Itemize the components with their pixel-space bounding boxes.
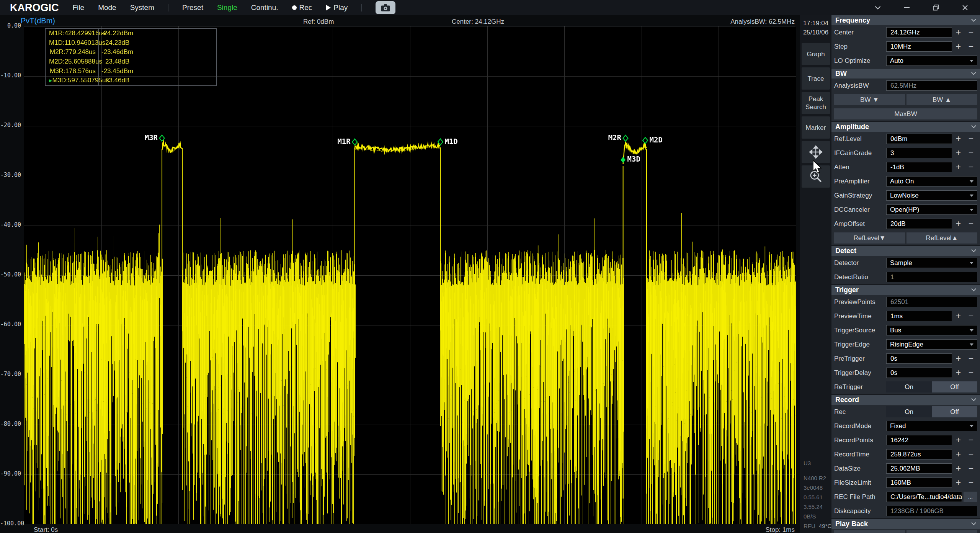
decrement-button[interactable]: − (965, 312, 977, 320)
menu-item-mode[interactable]: Mode (98, 3, 116, 12)
section-header-frequency[interactable]: Frequency (831, 15, 980, 25)
increment-button[interactable]: + (952, 134, 965, 143)
toggle-option-off[interactable]: Off (932, 406, 977, 417)
decrement-button[interactable]: − (965, 354, 977, 363)
dropdown-triggersource[interactable]: Bus (886, 325, 977, 335)
increment-button[interactable]: + (952, 42, 965, 51)
panel-row-ifgaingrade: IFGainGrade3+− (831, 146, 980, 160)
increment-button[interactable]: + (952, 149, 965, 157)
readonly-value-detectratio: 1 (886, 272, 977, 282)
increment-button[interactable]: + (952, 312, 965, 320)
pvt-trace-plot[interactable] (24, 26, 796, 524)
section-header-record[interactable]: Record (831, 395, 980, 405)
decrement-button[interactable]: − (965, 42, 977, 51)
value-input-step[interactable]: 10MHz (886, 41, 952, 52)
value-input-ifgaingrade[interactable]: 3 (886, 148, 952, 158)
panel-row-retrigger: ReTriggerOnOff (831, 380, 980, 394)
restore-button[interactable] (931, 3, 941, 13)
toggle-rec[interactable]: OnOff (886, 406, 977, 417)
panel-row-detectratio: DetectRatio1 (831, 270, 980, 284)
value-input-filesizelimit[interactable]: 160MB (886, 477, 952, 488)
section-header-trigger[interactable]: Trigger (831, 285, 980, 295)
decrement-button[interactable]: − (965, 149, 977, 157)
decrement-button[interactable]: − (965, 450, 977, 459)
increment-button[interactable]: + (952, 219, 965, 228)
dropdown-triggeredge[interactable]: RisingEdge (886, 339, 977, 350)
dropdown-gainstrategy[interactable]: LowNoise (886, 190, 977, 201)
section-header-bw[interactable]: BW (831, 69, 980, 78)
panel-button-blank[interactable] (906, 530, 977, 533)
toggle-retrigger[interactable]: OnOff (886, 381, 977, 392)
panel-button-maxbw[interactable]: MaxBW (834, 108, 977, 119)
increment-button[interactable]: + (952, 28, 965, 37)
dropdown-recordmode[interactable]: Fixed (886, 421, 977, 431)
decrement-button[interactable]: − (965, 163, 977, 172)
toggle-option-on[interactable]: On (886, 406, 932, 417)
dropdown-lo-optimize[interactable]: Auto (886, 56, 977, 66)
field-label: Atten (834, 163, 886, 171)
readonly-value-analysisbw: 62.5MHz (886, 80, 977, 91)
panel-button-blank[interactable] (834, 530, 905, 533)
graph-button[interactable]: Graph (802, 43, 830, 65)
decrement-button[interactable]: − (965, 368, 977, 377)
increment-button[interactable]: + (952, 163, 965, 172)
section-header-detect[interactable]: Detect (831, 246, 980, 256)
field-label: Detector (834, 259, 886, 267)
value-input-atten[interactable]: -1dB (886, 162, 952, 172)
section-header-play-back[interactable]: Play Back (831, 519, 980, 529)
menu-item-file[interactable]: File (73, 3, 85, 12)
marker-row-m3d: ▶M3D:597.550795us23.46dB (46, 76, 216, 85)
decrement-button[interactable]: − (965, 478, 977, 487)
toggle-option-on[interactable]: On (886, 381, 932, 392)
path-input[interactable]: C:/Users/Te...tudio4/data (886, 492, 962, 502)
value-input-previewtime[interactable]: 1ms (886, 311, 952, 321)
marker-row-m2r: M2R:779.248us-23.46dBm (46, 47, 216, 57)
dropdown-preamplifier[interactable]: Auto On (886, 176, 977, 186)
section-title: BW (835, 70, 972, 78)
decrement-button[interactable]: − (965, 464, 977, 473)
decrement-button[interactable]: − (965, 219, 977, 228)
menu-item-continuous[interactable]: Continu. (251, 3, 278, 12)
section-header-amplitude[interactable]: Amplitude (831, 122, 980, 132)
panel-row-previewtime: PreviewTime1ms+− (831, 309, 980, 323)
play-button[interactable]: Play (326, 3, 348, 12)
marker-button[interactable]: Marker (802, 116, 830, 139)
value-input-pretrigger[interactable]: 0s (886, 353, 952, 364)
toggle-option-off[interactable]: Off (932, 381, 977, 392)
decrement-button[interactable]: − (965, 28, 977, 37)
minimize-button[interactable] (902, 3, 912, 13)
value-input-recordpoints[interactable]: 16242 (886, 435, 952, 445)
increment-button[interactable]: + (952, 464, 965, 473)
decrement-button[interactable]: − (965, 134, 977, 143)
decrement-button[interactable]: − (965, 436, 977, 445)
collapse-panel-button[interactable] (873, 3, 883, 13)
increment-button[interactable]: + (952, 368, 965, 377)
value-input-recordtime[interactable]: 259.872us (886, 449, 952, 459)
panel-button-reflevel[interactable]: RefLevel▲ (906, 232, 977, 244)
value-input-center[interactable]: 24.12GHz (886, 27, 952, 38)
caret-down-icon (970, 425, 973, 427)
increment-button[interactable]: + (952, 354, 965, 363)
value-input-ampoffset[interactable]: 20dB (886, 219, 952, 229)
value-input-datasize[interactable]: 25.062MB (886, 463, 952, 474)
rec-button[interactable]: Rec (292, 3, 312, 12)
dropdown-dccanceler[interactable]: Open(HP) (886, 204, 977, 215)
dropdown-detector[interactable]: Sample (886, 258, 977, 268)
screenshot-button[interactable] (376, 1, 395, 14)
status-line: 0.55.61 (804, 492, 831, 502)
peak-search-button[interactable]: Peak Search (802, 92, 830, 114)
panel-button-bw[interactable]: BW ▼ (834, 94, 905, 105)
menu-item-system[interactable]: System (130, 3, 154, 12)
menu-item-single[interactable]: Single (217, 3, 237, 12)
increment-button[interactable]: + (952, 436, 965, 445)
value-input-ref-level[interactable]: 0dBm (886, 134, 952, 144)
menu-item-preset[interactable]: Preset (182, 3, 203, 12)
browse-button[interactable]: ... (964, 492, 977, 502)
panel-button-reflevel[interactable]: RefLevel▼ (834, 232, 905, 244)
close-button[interactable] (960, 3, 970, 13)
panel-button-bw[interactable]: BW ▲ (906, 94, 977, 105)
increment-button[interactable]: + (952, 478, 965, 487)
trace-button[interactable]: Trace (802, 67, 830, 90)
value-input-triggerdelay[interactable]: 0s (886, 368, 952, 378)
increment-button[interactable]: + (952, 450, 965, 459)
